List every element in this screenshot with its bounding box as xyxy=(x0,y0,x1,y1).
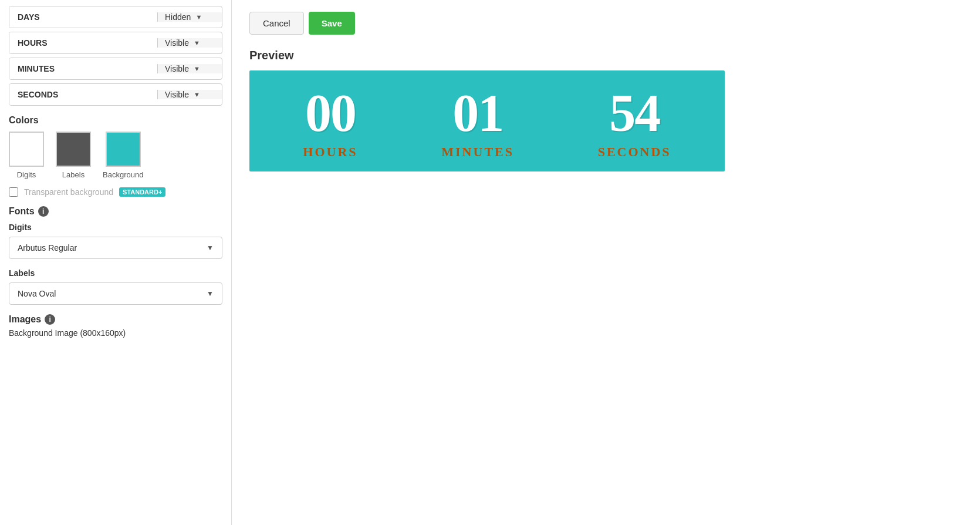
left-panel: DAYS Hidden ▼ HOURS Visible ▼ MINUTES Vi… xyxy=(0,0,232,525)
color-label-digits: Digits xyxy=(17,170,36,179)
transparent-background-checkbox[interactable] xyxy=(9,187,18,197)
labels-font-chevron-icon: ▼ xyxy=(207,290,214,298)
visibility-row-select-hours[interactable]: Visible ▼ xyxy=(157,38,222,48)
images-info-icon[interactable]: i xyxy=(45,314,55,325)
visibility-row-label: SECONDS xyxy=(9,84,157,105)
visibility-row-select-days[interactable]: Hidden ▼ xyxy=(157,12,222,22)
images-section-title: Images xyxy=(9,314,41,325)
colors-section-title: Colors xyxy=(9,115,222,126)
save-button[interactable]: Save xyxy=(309,12,355,35)
visibility-row-hours: HOURS Visible ▼ xyxy=(9,32,222,54)
countdown-label-hours: HOURS xyxy=(303,144,357,160)
colors-row: Digits Labels Background xyxy=(9,132,222,179)
chevron-down-icon: ▼ xyxy=(194,65,200,72)
preview-title: Preview xyxy=(249,49,962,62)
countdown-unit-minutes: 01 MINUTES xyxy=(441,87,514,160)
color-swatch-digits[interactable] xyxy=(9,132,44,167)
visibility-rows: DAYS Hidden ▼ HOURS Visible ▼ MINUTES Vi… xyxy=(9,6,222,106)
visibility-row-days: DAYS Hidden ▼ xyxy=(9,6,222,28)
digits-font-chevron-icon: ▼ xyxy=(207,244,214,252)
color-item-digits: Digits xyxy=(9,132,44,179)
bg-image-label: Background Image (800x160px) xyxy=(9,328,222,338)
color-item-labels: Labels xyxy=(56,132,91,179)
digits-font-value: Arbutus Regular xyxy=(18,243,77,253)
labels-subsection-title: Labels xyxy=(9,268,222,278)
countdown-number-seconds: 54 xyxy=(609,87,660,140)
action-buttons: Cancel Save xyxy=(249,12,962,35)
digits-subsection-title: Digits xyxy=(9,223,222,232)
countdown-number-hours: 00 xyxy=(305,87,356,140)
digits-font-select[interactable]: Arbutus Regular ▼ xyxy=(9,237,222,259)
chevron-down-icon: ▼ xyxy=(194,91,200,98)
labels-font-select[interactable]: Nova Oval ▼ xyxy=(9,282,222,305)
visibility-row-label: MINUTES xyxy=(9,58,157,79)
color-item-background: Background xyxy=(103,132,143,179)
fonts-title-row: Fonts i xyxy=(9,206,222,217)
countdown-label-seconds: SECONDS xyxy=(598,144,671,160)
cancel-button[interactable]: Cancel xyxy=(249,12,304,35)
color-label-labels: Labels xyxy=(62,170,85,179)
countdown-label-minutes: MINUTES xyxy=(441,144,514,160)
visibility-row-seconds: SECONDS Visible ▼ xyxy=(9,83,222,106)
visibility-row-select-seconds[interactable]: Visible ▼ xyxy=(157,90,222,99)
visibility-row-select-minutes[interactable]: Visible ▼ xyxy=(157,64,222,73)
standard-plus-badge: STANDARD+ xyxy=(119,187,165,197)
labels-font-value: Nova Oval xyxy=(18,289,56,298)
right-panel: Cancel Save Preview 00 HOURS 01 MINUTES … xyxy=(232,0,980,525)
preview-box: 00 HOURS 01 MINUTES 54 SECONDS xyxy=(249,70,725,171)
visibility-row-label: DAYS xyxy=(9,6,157,28)
countdown-unit-seconds: 54 SECONDS xyxy=(598,87,671,160)
transparent-background-label: Transparent background xyxy=(24,187,113,197)
visibility-row-minutes: MINUTES Visible ▼ xyxy=(9,58,222,80)
fonts-info-icon[interactable]: i xyxy=(38,206,49,217)
fonts-section-title: Fonts xyxy=(9,206,35,217)
transparent-background-row: Transparent background STANDARD+ xyxy=(9,187,222,197)
images-title-row: Images i xyxy=(9,314,222,325)
color-swatch-labels[interactable] xyxy=(56,132,91,167)
countdown-unit-hours: 00 HOURS xyxy=(303,87,357,160)
chevron-down-icon: ▼ xyxy=(194,39,200,46)
color-swatch-background[interactable] xyxy=(106,132,141,167)
visibility-row-label: HOURS xyxy=(9,32,157,53)
chevron-down-icon: ▼ xyxy=(195,14,202,21)
color-label-background: Background xyxy=(103,170,143,179)
countdown-number-minutes: 01 xyxy=(452,87,503,140)
